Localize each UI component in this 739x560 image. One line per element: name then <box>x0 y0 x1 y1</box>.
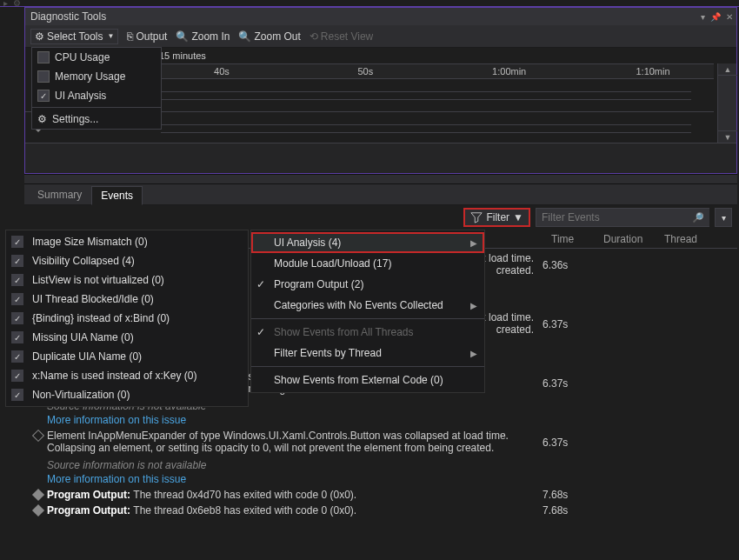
checkbox-checked-icon[interactable]: ✓ <box>11 389 23 401</box>
menu-item-ui-analysis[interactable]: ✓ UI Analysis <box>32 86 161 105</box>
filter-item-program-output[interactable]: ✓ Program Output (2) <box>251 274 484 295</box>
checkbox-checked-icon[interactable]: ✓ <box>11 293 23 305</box>
submenu-item[interactable]: ✓ListView is not virtualized (0) <box>6 270 248 290</box>
filter-item-by-thread[interactable]: Filter Events by Thread ▶ <box>251 343 484 363</box>
menu-separator <box>32 107 161 108</box>
filter-dropdown[interactable]: Filter ▼ <box>463 208 530 227</box>
diamond-filled-icon <box>30 504 47 515</box>
collapse-icon[interactable]: ▸ <box>3 0 8 8</box>
event-row[interactable]: Source information is not available More… <box>30 456 732 487</box>
search-options-dropdown[interactable]: ▾ <box>715 208 732 227</box>
search-icon[interactable]: 🔎 <box>692 212 704 223</box>
chevron-right-icon: ▶ <box>470 238 477 248</box>
submenu-item[interactable]: ✓Missing UIA Name (0) <box>6 328 248 347</box>
panel-title: Diagnostic Tools <box>29 10 701 23</box>
menu-separator <box>251 366 484 367</box>
gear-icon[interactable]: ⚙ <box>13 0 21 8</box>
checkbox-icon[interactable] <box>37 70 50 83</box>
session-label: 15 minutes <box>159 50 206 61</box>
submenu-item[interactable]: ✓x:Name is used instead of x:Key (0) <box>6 366 248 385</box>
select-tools-menu[interactable]: CPU Usage Memory Usage ✓ UI Analysis ⚙ S… <box>31 47 162 130</box>
diamond-filled-icon <box>30 489 47 499</box>
tabs: Summary Events <box>24 184 737 205</box>
submenu-item[interactable]: ✓Image Size Mismatch (0) <box>6 232 248 251</box>
chevron-down-icon: ▼ <box>513 211 523 223</box>
filter-item-no-events[interactable]: Categories with No Events Collected ▶ <box>251 295 484 316</box>
event-row[interactable]: Program Output: The thread 0x6eb8 has ex… <box>30 503 732 518</box>
check-icon: ✓ <box>256 278 265 290</box>
gear-icon: ⚙ <box>35 30 44 43</box>
magnifier-minus-icon: 🔍 <box>238 30 251 43</box>
chevron-right-icon: ▶ <box>470 301 477 310</box>
tab-summary[interactable]: Summary <box>28 185 91 204</box>
gear-icon: ⚙ <box>37 113 47 125</box>
chevron-right-icon: ▶ <box>470 349 477 358</box>
checkbox-checked-icon[interactable]: ✓ <box>11 370 23 382</box>
zoom-out-button[interactable]: 🔍 Zoom Out <box>238 30 300 43</box>
more-info-link[interactable]: More information on this issue <box>47 412 534 426</box>
event-row[interactable]: Element InAppMenuExpander of type Window… <box>30 428 732 456</box>
chevron-down-icon: ▼ <box>107 32 114 40</box>
zoom-in-button[interactable]: 🔍 Zoom In <box>176 30 230 43</box>
menu-item-settings[interactable]: ⚙ Settings... <box>32 110 161 129</box>
close-icon[interactable]: ✕ <box>726 12 733 22</box>
reset-view-button[interactable]: ⟲ Reset View <box>310 30 373 43</box>
timeline-ruler[interactable]: 40s 50s 1:00min 1:10min <box>161 63 714 79</box>
checkbox-checked-icon[interactable]: ✓ <box>11 236 23 248</box>
checkbox-checked-icon[interactable]: ✓ <box>11 331 23 343</box>
timeline-scrollbar[interactable]: ▲ ▼ <box>717 63 736 143</box>
submenu-item[interactable]: ✓Visibility Collapsed (4) <box>6 251 248 270</box>
ui-analysis-submenu[interactable]: ✓Image Size Mismatch (0) ✓Visibility Col… <box>5 230 249 407</box>
tick-label: 1:10min <box>636 66 669 77</box>
menu-item-memory-usage[interactable]: Memory Usage <box>32 67 161 86</box>
panel-header: Diagnostic Tools ▾ 📌 ✕ <box>25 8 736 25</box>
filter-item-ui-analysis[interactable]: UI Analysis (4) ▶ <box>251 232 484 253</box>
reset-icon: ⟲ <box>310 30 318 43</box>
magnifier-plus-icon: 🔍 <box>176 30 189 43</box>
menu-item-cpu-usage[interactable]: CPU Usage <box>32 48 161 67</box>
diamond-outline-icon <box>30 430 47 440</box>
tick-label: 1:00min <box>492 66 526 77</box>
search-field[interactable] <box>542 211 692 223</box>
filter-item-all-threads: ✓ Show Events from All Threads <box>251 322 484 343</box>
tick-label: 40s <box>214 66 230 77</box>
filter-item-external-code[interactable]: Show Events from External Code (0) <box>251 370 484 390</box>
select-tools-dropdown[interactable]: ⚙ Select Tools ▼ <box>30 29 118 44</box>
check-icon: ✓ <box>256 326 265 338</box>
more-info-link[interactable]: More information on this issue <box>47 471 534 485</box>
checkbox-checked-icon[interactable]: ✓ <box>37 90 50 102</box>
filter-item-module[interactable]: Module Load/Unload (17) <box>251 253 484 274</box>
submenu-item[interactable]: ✓{Binding} instead of x:Bind (0) <box>6 309 248 328</box>
submenu-item[interactable]: ✓Non-Virtualization (0) <box>6 385 248 404</box>
event-row[interactable]: Program Output: The thread 0x4d70 has ex… <box>30 487 732 503</box>
tab-events[interactable]: Events <box>91 186 143 205</box>
submenu-item[interactable]: ✓Duplicate UIA Name (0) <box>6 347 248 366</box>
output-icon: ⎘ <box>127 30 133 43</box>
funnel-icon <box>470 211 483 223</box>
tick-label: 50s <box>357 66 373 77</box>
output-button[interactable]: ⎘ Output <box>127 30 167 43</box>
checkbox-checked-icon[interactable]: ✓ <box>11 274 23 286</box>
checkbox-checked-icon[interactable]: ✓ <box>11 312 23 324</box>
submenu-item[interactable]: ✓UI Thread Blocked/Idle (0) <box>6 290 248 309</box>
checkbox-icon[interactable] <box>37 51 50 63</box>
search-input[interactable]: 🔎 <box>536 208 709 227</box>
menu-separator <box>251 318 484 319</box>
filter-menu[interactable]: UI Analysis (4) ▶ Module Load/Unload (17… <box>250 230 485 393</box>
checkbox-checked-icon[interactable]: ✓ <box>11 350 23 363</box>
pin-icon[interactable]: 📌 <box>710 12 721 22</box>
scroll-up-icon[interactable]: ▲ <box>718 63 737 76</box>
window-menu-icon[interactable]: ▾ <box>701 12 705 22</box>
checkbox-checked-icon[interactable]: ✓ <box>11 255 23 267</box>
scroll-down-icon[interactable]: ▼ <box>718 130 737 143</box>
